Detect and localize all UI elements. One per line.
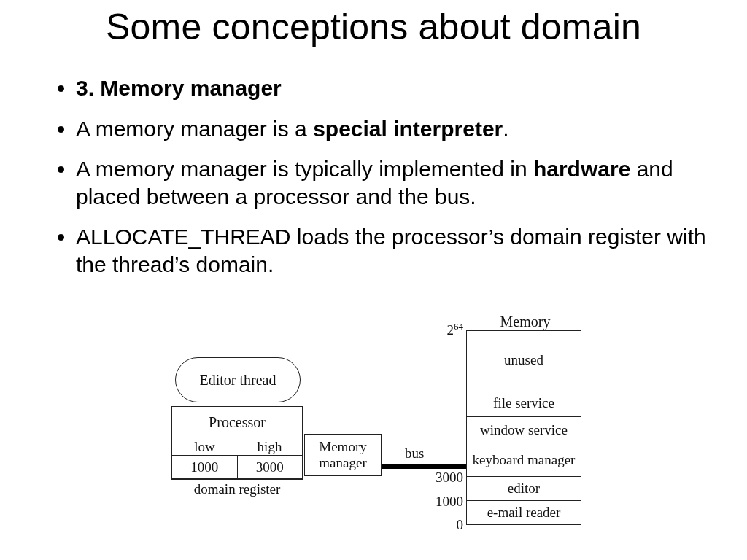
memory-top-exp: 64 [454, 321, 463, 332]
domain-high-label: high [237, 439, 302, 455]
bullet-3: A memory manager is typically implemente… [76, 155, 708, 210]
memory-row-window-service: window service [467, 416, 581, 443]
domain-low-value: 1000 [172, 456, 238, 479]
memory-addr-1000: 1000 [430, 494, 463, 510]
domain-high-value: 3000 [238, 456, 303, 479]
diagram: Editor thread Processor low high 1000 30… [142, 321, 653, 554]
domain-register: 1000 3000 [171, 455, 303, 480]
memory-row-editor: editor [467, 476, 581, 500]
memory-addr-0: 0 [430, 517, 463, 533]
memory-row-email-reader: e-mail reader [467, 500, 581, 524]
bus-line [382, 464, 466, 469]
domain-low-label: low [172, 439, 237, 455]
bullet-3-a: A memory manager is typically implemente… [76, 157, 533, 181]
memory-row-unused: unused [467, 330, 581, 389]
editor-thread-bubble: Editor thread [175, 357, 301, 402]
bullet-list: 3. Memory manager A memory manager is a … [51, 74, 708, 278]
bullet-2-a: A memory manager is a [76, 117, 313, 141]
memory-row-keyboard-manager: keyboard manager [467, 443, 581, 476]
bullet-2: A memory manager is a special interprete… [76, 115, 708, 143]
memory-top-address: 264 [441, 321, 463, 338]
memory-top-base: 2 [447, 322, 454, 338]
slide-title: Some conceptions about domain [0, 6, 747, 48]
editor-thread-label: Editor thread [200, 373, 276, 387]
memory-column: unused file service window service keybo… [466, 330, 581, 525]
bullet-2-c: . [503, 117, 508, 141]
slide: Some conceptions about domain 3. Memory … [0, 0, 747, 560]
slide-body: 3. Memory manager A memory manager is a … [51, 74, 708, 291]
bullet-1: 3. Memory manager [76, 74, 708, 102]
memory-manager-label: Memory manager [305, 439, 381, 471]
bullet-1-text: 3. Memory manager [76, 76, 282, 100]
bullet-2-b: special interpreter [313, 117, 503, 141]
memory-manager-box: Memory manager [304, 434, 382, 476]
bullet-4: ALLOCATE_THREAD loads the processor’s do… [76, 223, 708, 278]
memory-title: Memory [478, 314, 573, 330]
bullet-3-b: hardware [533, 157, 630, 181]
bus-label: bus [405, 446, 424, 460]
memory-addr-3000: 3000 [430, 470, 463, 486]
domain-register-caption: domain register [171, 481, 303, 497]
memory-row-file-service: file service [467, 389, 581, 416]
processor-title: Processor [172, 407, 302, 431]
